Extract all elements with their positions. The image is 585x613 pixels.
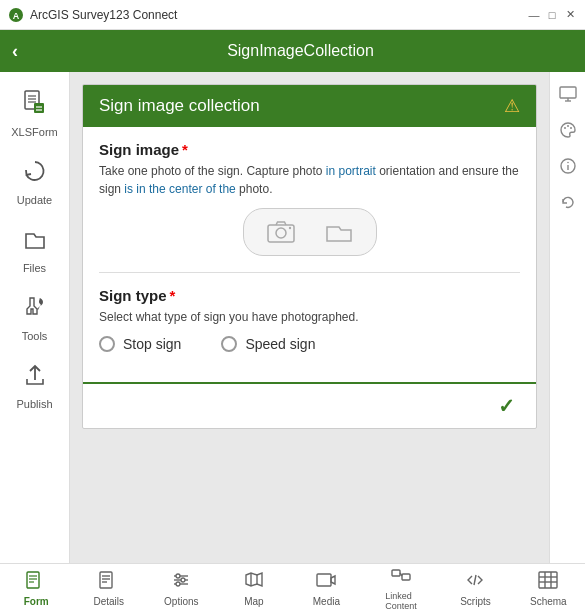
publish-label: Publish: [16, 398, 52, 410]
back-button[interactable]: ‹: [12, 41, 18, 62]
tools-label: Tools: [22, 330, 48, 342]
linked-content-tab-icon: [391, 566, 411, 589]
svg-point-34: [176, 582, 180, 586]
publish-icon: [22, 362, 48, 394]
tab-linked-content[interactable]: LinkedContent: [375, 562, 427, 613]
radio-label-speed: Speed sign: [245, 336, 315, 352]
xlsform-label: XLSForm: [11, 126, 57, 138]
details-tab-icon: [99, 571, 119, 594]
camera-button[interactable]: [264, 217, 298, 247]
field-sign-type: Sign type* Select what type of sign you …: [99, 287, 520, 352]
svg-rect-37: [317, 574, 331, 586]
schema-tab-icon: [538, 571, 558, 594]
details-tab-label: Details: [94, 596, 125, 607]
form-tab-icon: [26, 571, 46, 594]
schema-tab-label: Schema: [530, 596, 567, 607]
field-sign-type-description: Select what type of sign you have photog…: [99, 308, 520, 326]
info-icon-button[interactable]: [554, 152, 582, 180]
tab-media[interactable]: Media: [302, 567, 350, 611]
submit-checkmark-button[interactable]: ✓: [492, 392, 520, 420]
undo-icon-button[interactable]: [554, 188, 582, 216]
radio-circle-speed: [221, 336, 237, 352]
media-buttons: [99, 208, 520, 256]
svg-rect-42: [539, 572, 557, 588]
scripts-tab-icon: [465, 571, 485, 594]
svg-point-11: [288, 227, 290, 229]
svg-rect-21: [27, 572, 39, 588]
map-tab-label: Map: [244, 596, 263, 607]
title-bar-controls: — □ ✕: [527, 8, 577, 22]
svg-point-20: [567, 162, 569, 164]
options-tab-label: Options: [164, 596, 198, 607]
app-icon: A: [8, 7, 24, 23]
sidebar-item-xlsform[interactable]: XLSForm: [0, 80, 69, 148]
options-tab-icon: [171, 571, 191, 594]
title-bar: A ArcGIS Survey123 Connect — □ ✕: [0, 0, 585, 30]
map-tab-icon: [244, 571, 264, 594]
minimize-button[interactable]: —: [527, 8, 541, 22]
survey-title: SignImageCollection: [28, 42, 573, 60]
xlsform-icon: [22, 90, 48, 122]
radio-group-sign-type: Stop sign Speed sign: [99, 336, 520, 352]
media-tab-icon: [316, 571, 336, 594]
main-layout: XLSForm Update Files: [0, 72, 585, 563]
svg-rect-39: [402, 574, 410, 580]
linked-tab-label: LinkedContent: [385, 591, 417, 611]
survey-card-title: Sign image collection: [99, 96, 260, 116]
card-footer: ✓: [83, 382, 536, 428]
files-label: Files: [23, 262, 46, 274]
files-icon: [22, 226, 48, 258]
survey-card: Sign image collection ⚠ Sign image* Take…: [82, 84, 537, 429]
tab-schema[interactable]: Schema: [524, 567, 573, 611]
close-button[interactable]: ✕: [563, 8, 577, 22]
field-sign-image: Sign image* Take one photo of the sign. …: [99, 141, 520, 256]
content-area: Sign image collection ⚠ Sign image* Take…: [70, 72, 549, 563]
field-sign-image-description: Take one photo of the sign. Capture phot…: [99, 162, 520, 198]
radio-label-stop: Stop sign: [123, 336, 181, 352]
right-sidebar: [549, 72, 585, 563]
app-header: ‹ SignImageCollection: [0, 30, 585, 72]
sidebar-item-files[interactable]: Files: [0, 216, 69, 284]
sidebar-item-update[interactable]: Update: [0, 148, 69, 216]
field-sign-type-label: Sign type*: [99, 287, 520, 304]
form-tab-label: Form: [24, 596, 49, 607]
survey-card-header: Sign image collection ⚠: [83, 85, 536, 127]
radio-option-speed[interactable]: Speed sign: [221, 336, 315, 352]
tab-scripts[interactable]: Scripts: [451, 567, 499, 611]
tab-options[interactable]: Options: [157, 567, 205, 611]
tab-details[interactable]: Details: [85, 567, 133, 611]
svg-point-17: [570, 127, 572, 129]
tools-icon: [22, 294, 48, 326]
form-content: Sign image* Take one photo of the sign. …: [83, 127, 536, 382]
sidebar-item-publish[interactable]: Publish: [0, 352, 69, 420]
restore-button[interactable]: □: [545, 8, 559, 22]
required-star-2: *: [170, 287, 176, 304]
svg-line-41: [474, 575, 476, 585]
sidebar-item-tools[interactable]: Tools: [0, 284, 69, 352]
svg-rect-25: [100, 572, 112, 588]
svg-rect-6: [34, 103, 44, 113]
app-name: ArcGIS Survey123 Connect: [30, 8, 177, 22]
tab-map[interactable]: Map: [230, 567, 278, 611]
scripts-tab-label: Scripts: [460, 596, 491, 607]
media-btn-group: [243, 208, 377, 256]
svg-point-16: [567, 125, 569, 127]
radio-circle-stop: [99, 336, 115, 352]
media-tab-label: Media: [313, 596, 340, 607]
update-icon: [22, 158, 48, 190]
survey-header-bell-icon: ⚠: [504, 95, 520, 117]
svg-point-32: [176, 574, 180, 578]
title-bar-left: A ArcGIS Survey123 Connect: [8, 7, 177, 23]
section-divider: [99, 272, 520, 273]
svg-point-33: [181, 578, 185, 582]
palette-icon-button[interactable]: [554, 116, 582, 144]
svg-text:A: A: [13, 11, 20, 21]
radio-option-stop[interactable]: Stop sign: [99, 336, 181, 352]
svg-point-15: [564, 127, 566, 129]
field-sign-image-label: Sign image*: [99, 141, 520, 158]
monitor-icon-button[interactable]: [554, 80, 582, 108]
folder-button[interactable]: [322, 217, 356, 247]
left-sidebar: XLSForm Update Files: [0, 72, 70, 563]
tab-form[interactable]: Form: [12, 567, 60, 611]
update-label: Update: [17, 194, 52, 206]
